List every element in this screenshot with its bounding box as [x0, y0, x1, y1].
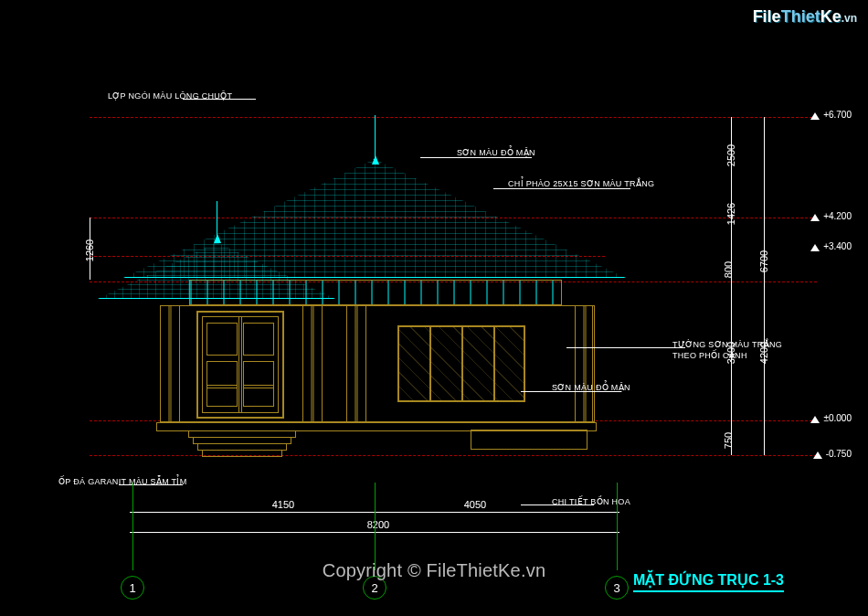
elev-4200: +4.200 — [823, 211, 852, 221]
logo-part-ke: Ke — [820, 7, 842, 26]
label-planter-detail: CHI TIẾT BỒN HOA — [552, 497, 630, 506]
dim-v-2500: 2500 — [725, 144, 736, 166]
planter-box — [471, 430, 587, 450]
leader-molding — [493, 188, 630, 189]
pilaster-1 — [160, 305, 180, 422]
label-granite: ỐP ĐÁ GARANIT MÀU SẪM TỈM — [58, 477, 187, 486]
pilaster-2 — [302, 305, 323, 422]
elev-m0750: -0.750 — [826, 449, 852, 459]
dim-v-750: 750 — [723, 432, 734, 449]
house-elevation — [123, 110, 626, 457]
dim-v-800: 800 — [723, 261, 734, 278]
pilaster-3 — [346, 305, 366, 422]
leader-plum — [420, 157, 532, 158]
dim-total: 8200 — [351, 519, 406, 530]
dimchain-1 — [731, 117, 732, 455]
dim-v-1426: 1426 — [725, 203, 736, 225]
window — [397, 325, 525, 402]
logo-part-thiet: Thiet — [781, 7, 820, 26]
pilaster-4 — [575, 305, 595, 422]
entry-steps — [187, 431, 297, 457]
leader-wall-white — [566, 347, 685, 348]
axis-line-1 — [132, 483, 133, 570]
dim-span1: 4150 — [256, 499, 311, 510]
door-leaf-left — [202, 316, 242, 413]
dim-porch-1260: 1260 — [84, 239, 95, 261]
dim-v-3400: 3400 — [725, 342, 736, 364]
label-paint-plum-2: SƠN MÀU ĐỎ MẬN — [552, 383, 630, 392]
label-paint-plum: SƠN MÀU ĐỎ MẬN — [457, 148, 535, 157]
dimchain-2 — [764, 117, 765, 455]
elev-3400: +3.400 — [823, 241, 852, 251]
dim-v-4200: 4200 — [758, 342, 769, 364]
dim-span2: 4050 — [448, 499, 503, 510]
logo-suffix: .vn — [842, 12, 857, 25]
site-logo: FileThietKe.vn — [753, 7, 857, 27]
axis-line-3 — [617, 483, 618, 570]
label-molding: CHỈ PHÀO 25X15 SƠN MÀU TRẮNG — [508, 179, 654, 188]
roof-spire-main — [375, 115, 376, 159]
door-leaf-right — [238, 316, 279, 413]
copyright-text: Copyright © FileThietKe.vn — [0, 560, 868, 581]
cad-drawing-canvas: FileThietKe.vn — [0, 0, 868, 616]
elev-6700: +6.700 — [823, 110, 852, 120]
main-door — [196, 311, 284, 419]
logo-part-file: File — [753, 7, 781, 26]
roof-spire-porch — [217, 201, 217, 238]
elev-0000: ±0.000 — [823, 413, 852, 423]
label-roof-tile: LỢP NGÓI MÀU LÔNG CHUỘT — [108, 91, 232, 101]
dim-v-6700: 6700 — [758, 250, 769, 272]
axis-line-2 — [375, 483, 376, 570]
